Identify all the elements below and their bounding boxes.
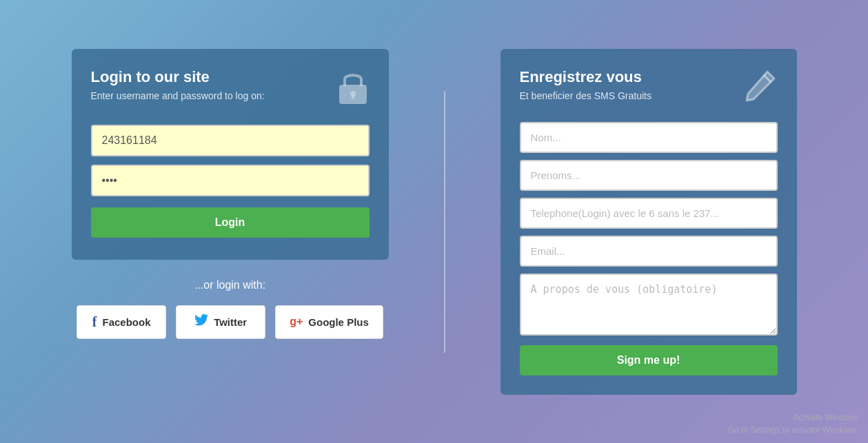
twitter-login-button[interactable]: Twitter [176,305,265,339]
twitter-icon [194,314,208,329]
register-title: Enregistrez vous [520,68,652,86]
register-card: Enregistrez vous Et beneficier des SMS G… [501,49,797,395]
googleplus-icon: g+ [290,316,303,328]
telephone-input[interactable] [520,198,778,229]
about-textarea[interactable] [520,274,778,336]
windows-watermark: Activate Windows Go to Settings to activ… [728,411,858,436]
signup-button[interactable]: Sign me up! [520,345,778,375]
register-subtitle: Et beneficier des SMS Gratuits [520,90,652,101]
login-subtitle: Enter username and password to log on: [91,90,265,101]
login-panel: Login to our site Enter username and pas… [72,49,389,339]
googleplus-label: Google Plus [308,316,369,328]
password-input[interactable] [91,165,370,196]
googleplus-login-button[interactable]: g+ Google Plus [275,305,383,339]
facebook-label: Facebook [102,316,150,328]
register-panel: Enregistrez vous Et beneficier des SMS G… [501,49,797,395]
watermark-line2: Go to Settings to activate Windows. [728,425,858,435]
login-card: Login to our site Enter username and pas… [72,49,389,260]
login-card-header: Login to our site Enter username and pas… [91,68,370,111]
email-input[interactable] [520,236,778,267]
or-login-text: ...or login with: [194,279,265,291]
register-header-text: Enregistrez vous Et beneficier des SMS G… [520,68,652,101]
social-buttons: f Facebook Twitter g+ Google Plus [77,305,383,339]
login-header-text: Login to our site Enter username and pas… [91,68,265,101]
twitter-label: Twitter [214,316,247,328]
login-button[interactable]: Login [91,207,370,238]
watermark-line1: Activate Windows [793,413,858,422]
vertical-divider [444,91,445,353]
facebook-login-button[interactable]: f Facebook [77,305,166,339]
register-card-header: Enregistrez vous Et beneficier des SMS G… [520,68,778,108]
pencil-icon [743,68,778,108]
nom-input[interactable] [520,122,778,153]
login-title: Login to our site [91,68,265,86]
prenoms-input[interactable] [520,160,778,191]
username-input[interactable] [91,125,370,156]
svg-rect-2 [352,94,354,99]
lock-icon [336,68,370,111]
facebook-icon: f [92,314,97,330]
